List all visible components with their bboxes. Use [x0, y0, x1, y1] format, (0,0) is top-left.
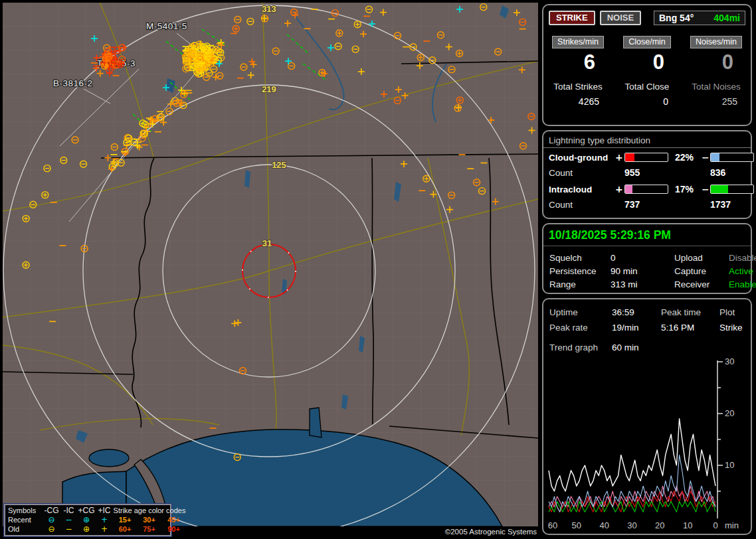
storm-cell-label: B-3816-2	[53, 78, 93, 88]
positive-bar	[624, 153, 668, 162]
total-label: Total Close	[613, 82, 682, 92]
rate-value: 6	[543, 50, 613, 74]
nexstorm-window: M-5401-5T-2565-3B-3816-2 31321912531 Sym…	[0, 0, 756, 539]
total-label: Total Noises	[682, 82, 751, 92]
status-row: Persistence90 minCaptureActive	[543, 265, 751, 278]
rate-value: 0	[613, 50, 682, 74]
status-panel: 10/18/2025 5:29:16 PM Squelch0UploadDisa…	[542, 223, 752, 294]
svg-text:0: 0	[713, 520, 717, 530]
counters-panel: STRIKE NOISE Bng 54° 404mi Strikes/min6T…	[542, 4, 752, 126]
storm-cell-label: M-5401-5	[146, 21, 187, 31]
status-row: Range313 miReceiverEnabled	[543, 278, 751, 291]
uptime-value: 36:59	[612, 305, 661, 320]
plot-value: Strike	[719, 320, 745, 335]
svg-text:50: 50	[572, 520, 581, 530]
total-label: Total Strikes	[543, 82, 613, 92]
bearing-distance: 404mi	[713, 13, 740, 23]
uptime-label: Uptime	[549, 305, 612, 320]
count-row: Count955836	[543, 165, 751, 180]
positive-bar	[624, 185, 668, 194]
peak-time-value: 5:16 PM	[661, 320, 719, 335]
range-ring-label: 125	[272, 160, 286, 170]
svg-text:30: 30	[627, 520, 636, 530]
svg-text:10: 10	[683, 520, 692, 530]
distribution-title: Lightning type distribution	[543, 131, 751, 148]
svg-text:60: 60	[548, 520, 557, 530]
counter-column: Noises/min0Total Noises255	[682, 35, 751, 107]
trend-series-cg-negative	[549, 455, 715, 512]
counter-columns: Strikes/min6Total Strikes4265Close/min0T…	[543, 35, 751, 107]
bearing-display: Bng 54° 404mi	[654, 11, 745, 25]
svg-text:20: 20	[655, 520, 664, 530]
counter-column: Strikes/min6Total Strikes4265	[543, 35, 613, 107]
strike-button[interactable]: STRIKE	[549, 11, 595, 25]
stats-rows: Uptime 36:59 Peak time Plot Peak rate 19…	[543, 305, 751, 355]
trend-graph-label: Trend graph	[549, 340, 612, 355]
rate-chip: Strikes/min	[552, 36, 604, 48]
noise-button[interactable]: NOISE	[600, 11, 641, 25]
trend-series-total-strikes	[549, 419, 715, 491]
svg-text:20: 20	[725, 408, 734, 418]
distribution-rows: Cloud-ground+22%−20%Count955836Intraclou…	[543, 149, 751, 212]
stats-panel: Uptime 36:59 Peak time Plot Peak rate 19…	[542, 298, 752, 535]
peak-rate-value: 19/min	[612, 320, 661, 335]
status-row: Squelch0UploadDisabled	[543, 252, 751, 265]
svg-text:30: 30	[725, 358, 734, 366]
datetime-display: 10/18/2025 5:29:16 PM	[543, 224, 751, 246]
map-legend: Symbols-CG-IC+CG+ICStrike age color code…	[4, 504, 171, 536]
range-ring-label: 219	[262, 84, 276, 94]
total-value: 255	[682, 96, 751, 107]
negative-bar	[710, 153, 754, 162]
count-row: Count7371737	[543, 197, 751, 212]
distribution-row: Cloud-ground+22%−20%	[543, 149, 751, 165]
map-canvas[interactable]: M-5401-5T-2565-3B-3816-2 31321912531	[3, 3, 538, 526]
svg-text:10: 10	[725, 460, 734, 470]
distribution-row: Intracloud+17%−41%	[543, 181, 751, 197]
peak-time-label: Peak time	[661, 305, 719, 320]
rate-chip: Close/min	[623, 36, 671, 48]
trend-graph: 1020306050403020100min	[547, 358, 748, 532]
negative-bar	[710, 185, 754, 194]
lightning-map[interactable]: M-5401-5T-2565-3B-3816-2 31321912531	[3, 3, 538, 526]
plot-label: Plot	[719, 305, 745, 320]
range-ring-label: 313	[262, 4, 276, 14]
bearing-value: Bng 54°	[659, 13, 694, 23]
svg-text:min: min	[725, 520, 739, 530]
status-rows: Squelch0UploadDisabledPersistence90 minC…	[543, 252, 751, 291]
range-ring-label: 31	[262, 238, 272, 248]
counter-column: Close/min0Total Close0	[613, 35, 682, 107]
rate-value: 0	[682, 50, 751, 74]
rate-chip: Noises/min	[690, 36, 742, 48]
distribution-panel: Lightning type distribution Cloud-ground…	[542, 130, 752, 219]
peak-rate-label: Peak rate	[549, 320, 612, 335]
trend-window-value: 60 min	[612, 340, 661, 355]
total-value: 0	[613, 96, 682, 107]
svg-text:40: 40	[599, 520, 609, 530]
total-value: 4265	[543, 96, 613, 107]
